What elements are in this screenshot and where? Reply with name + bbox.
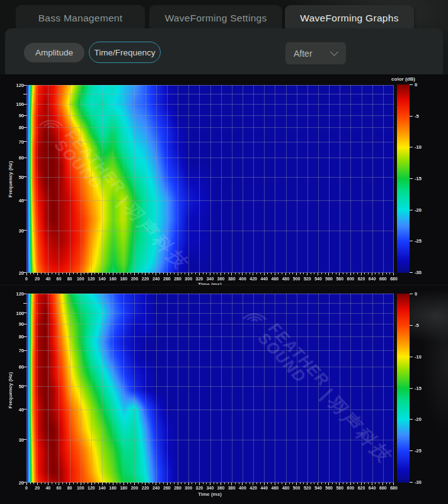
colorbar-tick-label: 0 [415,291,430,297]
y-tick-label: 80 [3,334,24,340]
amplitude-toggle-label: Amplitude [35,48,73,57]
tab-label: WaveForming Settings [164,13,267,24]
y-tick-label: 70 [3,139,24,145]
colorbar-tick-label: -10 [415,354,430,360]
y-tick-label: 20 [3,270,24,276]
time-frequency-toggle-button[interactable]: Time/Frequency [89,42,161,63]
spectrogram-canvas-top [21,85,394,278]
y-tick-label: 90 [3,113,24,118]
colorbar-title: color (dB) [381,76,425,82]
waveforming-app-window: Bass Management WaveForming Settings Wav… [0,0,448,504]
y-tick-label: 100 [3,311,24,316]
y-tick-label: 60 [3,155,24,161]
spectrogram-section-bottom: Frequency (Hz) Time (ms) FEATHERSOUND |羽… [0,285,448,504]
colorbar-tick-label: -25 [415,448,430,454]
time-frequency-toggle-label: Time/Frequency [94,48,155,57]
colorbar-tick-label: -5 [415,113,430,119]
tab-waveforming-settings[interactable]: WaveForming Settings [149,5,282,32]
colorbar-tick-label: -30 [415,270,430,275]
y-tick-label: 30 [3,228,24,234]
x-tick-label: 680 [387,486,401,490]
colorbar-tick-label: 0 [415,82,430,88]
y-tick-label: 20 [3,480,24,486]
chevron-down-icon [330,48,338,56]
y-tick-label: 80 [3,125,24,130]
x-axis-title: Time (ms) [178,491,241,497]
tab-label: WaveForming Graphs [300,13,398,24]
tab-bass-management[interactable]: Bass Management [16,5,145,32]
y-tick-label: 30 [3,437,24,443]
amplitude-toggle-button[interactable]: Amplitude [24,43,84,62]
y-tick-label: 90 [3,321,24,327]
colorbar-tick-label: -10 [415,144,430,150]
y-tick-label: 70 [3,348,24,353]
colorbar-tick-label: -20 [415,416,430,422]
colorbar-tick-label: -15 [415,386,430,391]
x-tick-label: 680 [387,277,401,281]
colorbar-tick-label: -30 [415,479,430,485]
y-tick-label: 50 [3,175,24,180]
tab-label: Bass Management [38,13,123,24]
spectrogram-section-top: color (dB) Frequency (Hz) Time (ms) FEAT… [0,74,448,285]
y-tick-label: 40 [3,407,24,413]
colorbar-canvas-top [397,84,413,273]
colorbar-tick-label: -15 [415,176,430,181]
before-after-select[interactable]: After [285,42,346,64]
y-tick-label: 120 [3,83,24,88]
y-tick-label: 120 [3,291,24,297]
y-tick-label: 60 [3,364,24,370]
y-tick-label: 50 [3,384,24,389]
colorbar-tick-label: -25 [415,238,430,244]
colorbar-canvas-bottom [397,294,413,483]
tab-waveforming-graphs[interactable]: WaveForming Graphs [285,5,414,32]
before-after-select-value: After [294,49,331,59]
colorbar-tick-label: -5 [415,323,430,328]
y-tick-label: 100 [3,101,24,107]
spectrogram-canvas-bottom [21,294,394,488]
colorbar-tick-label: -20 [415,207,430,213]
y-tick-label: 40 [3,198,24,203]
